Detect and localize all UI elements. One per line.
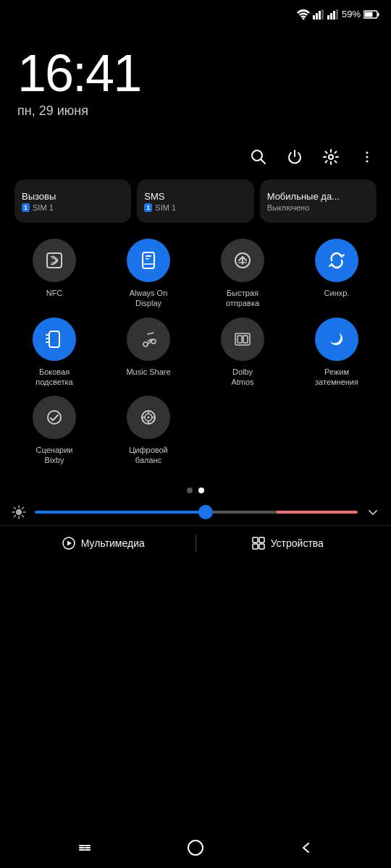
night-icon-bg	[315, 318, 358, 361]
bixby-label: СценарииBixby	[36, 445, 73, 466]
tile-sync[interactable]: Синхр.	[294, 239, 379, 309]
brightness-expand-button[interactable]	[366, 506, 379, 519]
more-button[interactable]	[358, 148, 377, 166]
svg-point-64	[188, 841, 203, 855]
signal2-icon	[327, 9, 339, 20]
devices-button[interactable]: Устройства	[196, 537, 380, 550]
nfc-label: NFC	[46, 288, 63, 298]
dolby-label: DolbyAtmos	[231, 367, 253, 388]
tile-music-share[interactable]: Music Share	[106, 318, 191, 388]
svg-rect-55	[259, 537, 264, 542]
power-button[interactable]	[285, 148, 304, 166]
calls-sub: 1 SIM 1	[22, 203, 124, 212]
svg-rect-33	[237, 336, 242, 343]
sms-sub: 1 SIM 1	[144, 203, 246, 212]
svg-point-15	[366, 152, 369, 154]
home-button[interactable]	[180, 832, 211, 864]
tile-edge-lighting[interactable]: Боковаяподсветка	[12, 318, 97, 388]
svg-rect-6	[330, 13, 332, 20]
sim1-badge2: 1	[144, 203, 152, 212]
dot-1	[187, 488, 193, 493]
tile-bixby[interactable]: СценарииBixby	[12, 396, 97, 466]
search-button[interactable]	[249, 148, 268, 166]
calls-tile[interactable]: Вызовы 1 SIM 1	[14, 179, 131, 223]
sms-tile[interactable]: SMS 1 SIM 1	[137, 179, 253, 223]
aod-label: Always OnDisplay	[130, 288, 168, 309]
svg-line-51	[22, 507, 24, 509]
nav-bar	[0, 827, 391, 868]
svg-point-28	[143, 342, 148, 346]
sync-label: Синхр.	[324, 288, 350, 298]
tile-dolby[interactable]: DolbyAtmos	[200, 318, 285, 388]
svg-line-13	[261, 159, 265, 163]
svg-line-50	[14, 515, 16, 516]
svg-rect-10	[365, 12, 373, 17]
slider-track	[35, 511, 358, 514]
svg-point-0	[302, 17, 304, 20]
slider-thumb	[198, 505, 213, 519]
svg-rect-8	[336, 9, 338, 20]
digitalwb-label: Цифровойбаланс	[129, 445, 168, 466]
dot-2	[198, 488, 204, 493]
clock-time: 16:41	[17, 47, 374, 99]
mobile-data-tile[interactable]: Мобильные да... Выключено	[260, 179, 377, 223]
aod-icon-bg	[127, 239, 170, 282]
svg-point-14	[329, 155, 333, 159]
sync-icon-bg	[315, 239, 358, 282]
tile-aod[interactable]: Always OnDisplay	[106, 239, 191, 309]
dolby-icon-bg	[221, 318, 264, 361]
svg-rect-11	[378, 12, 379, 16]
svg-rect-24	[49, 331, 59, 347]
svg-point-16	[366, 156, 369, 158]
svg-point-38	[148, 417, 150, 419]
svg-rect-18	[47, 253, 62, 268]
pagination	[0, 476, 391, 499]
tile-digital-wb[interactable]: Цифровойбаланс	[106, 396, 191, 466]
mobile-data-title: Мобильные да...	[267, 191, 369, 202]
svg-marker-53	[67, 540, 72, 545]
status-bar: 59%	[0, 0, 391, 25]
devices-icon	[252, 537, 265, 550]
quickshare-label: Быстраяотправка	[226, 288, 259, 309]
svg-rect-1	[313, 15, 315, 20]
bixby-icon-bg	[33, 396, 76, 439]
edge-label: Боковаяподсветка	[35, 367, 72, 388]
signal-icon	[313, 9, 324, 20]
svg-rect-7	[333, 11, 335, 20]
quickshare-icon-bg	[221, 239, 264, 282]
network-tiles: Вызовы 1 SIM 1 SMS 1 SIM 1 Мобильные да.…	[0, 174, 391, 229]
tile-nfc[interactable]: NFC	[12, 239, 97, 309]
wifi-icon	[297, 9, 310, 20]
svg-rect-54	[253, 537, 258, 542]
tile-night-mode[interactable]: Режимзатемнения	[294, 318, 379, 388]
brightness-slider[interactable]	[35, 511, 358, 514]
svg-point-35	[48, 411, 61, 424]
recent-apps-button[interactable]	[69, 832, 101, 864]
status-icons: 59%	[297, 9, 379, 20]
night-label: Режимзатемнения	[315, 367, 358, 388]
settings-button[interactable]	[321, 148, 340, 166]
back-button[interactable]	[290, 832, 322, 864]
clock-date: пн, 29 июня	[17, 103, 374, 119]
svg-rect-4	[321, 9, 324, 20]
media-label: Мультимедиа	[81, 537, 145, 549]
digitalwb-icon-bg	[127, 396, 170, 439]
svg-rect-19	[143, 252, 154, 268]
sms-title: SMS	[144, 191, 246, 202]
svg-line-48	[14, 507, 16, 509]
media-button[interactable]: Мультимедиа	[12, 537, 196, 550]
svg-rect-56	[253, 544, 258, 549]
devices-label: Устройства	[271, 537, 324, 549]
mobile-data-sub: Выключено	[267, 203, 369, 212]
brightness-row	[0, 499, 391, 525]
tile-quick-share[interactable]: Быстраяотправка	[200, 239, 285, 309]
musicshare-label: Music Share	[126, 367, 170, 377]
brightness-icon	[12, 505, 26, 519]
bottom-bar: Мультимедиа Устройства	[0, 525, 391, 561]
battery-icon	[363, 10, 379, 19]
clock-area: 16:41 пн, 29 июня	[0, 25, 391, 126]
svg-line-49	[22, 515, 24, 516]
svg-point-17	[366, 161, 369, 163]
svg-rect-5	[327, 15, 329, 20]
battery-text: 59%	[342, 9, 361, 20]
